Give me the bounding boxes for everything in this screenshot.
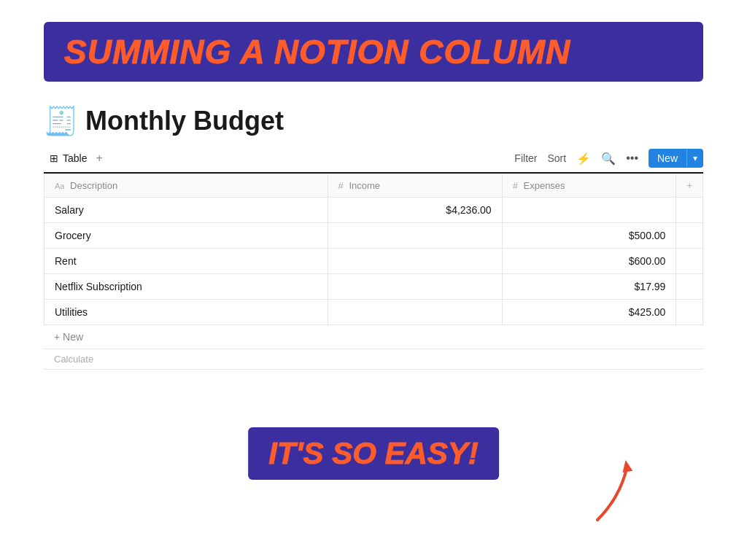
budget-table: Aa Description # Income # Expenses + Sal…: [44, 174, 703, 325]
bottom-banner-container: IT'S SO EASY!: [248, 427, 499, 480]
cell-income: [328, 249, 502, 274]
table-row[interactable]: Utilities$425.00: [44, 300, 703, 325]
cell-add: [676, 223, 703, 249]
page-title-row: 🧾 Monthly Budget: [44, 105, 703, 137]
table-icon: ⊞: [50, 152, 58, 164]
header-add-column[interactable]: +: [676, 174, 703, 198]
toolbar-actions: Filter Sort ⚡ 🔍 ••• New ▾: [514, 149, 703, 168]
cell-expenses: $425.00: [502, 300, 676, 325]
header-income: # Income: [328, 174, 502, 198]
more-icon[interactable]: •••: [626, 152, 638, 165]
cell-income: [328, 274, 502, 300]
cell-add: [676, 300, 703, 325]
table-row[interactable]: Grocery$500.00: [44, 223, 703, 249]
page-emoji: 🧾: [44, 105, 78, 137]
cell-add: [676, 274, 703, 300]
add-view-button[interactable]: +: [96, 152, 102, 165]
calculate-row[interactable]: Calculate: [44, 349, 703, 370]
cell-income: [328, 223, 502, 249]
cell-expenses: $600.00: [502, 249, 676, 274]
cell-expenses: $17.99: [502, 274, 676, 300]
cell-description: Grocery: [44, 223, 328, 249]
table-row[interactable]: Salary$4,236.00: [44, 198, 703, 223]
cell-description: Utilities: [44, 300, 328, 325]
new-row-label: + New: [54, 331, 83, 343]
cell-description: Salary: [44, 198, 328, 223]
table-tab[interactable]: ⊞ Table: [44, 149, 93, 167]
cell-add: [676, 249, 703, 274]
new-row-button[interactable]: + New: [44, 325, 703, 349]
sort-button[interactable]: Sort: [547, 152, 566, 164]
filter-button[interactable]: Filter: [514, 152, 537, 164]
banner-title: SUMMING A NOTION COLUMN: [64, 33, 570, 71]
new-button-label: New: [649, 149, 686, 168]
header-description: Aa Description: [44, 174, 328, 198]
lightning-icon[interactable]: ⚡: [576, 152, 591, 166]
table-row[interactable]: Rent$600.00: [44, 249, 703, 274]
table-tab-label: Table: [63, 152, 87, 164]
cell-expenses: $500.00: [502, 223, 676, 249]
table-row[interactable]: Netflix Subscription$17.99: [44, 274, 703, 300]
cell-income: $4,236.00: [328, 198, 502, 223]
table-toolbar: ⊞ Table + Filter Sort ⚡ 🔍 ••• New ▾: [44, 149, 703, 174]
cell-expenses: [502, 198, 676, 223]
cell-description: Netflix Subscription: [44, 274, 328, 300]
cell-description: Rent: [44, 249, 328, 274]
header-expenses: # Expenses: [502, 174, 676, 198]
new-button[interactable]: New ▾: [649, 149, 703, 168]
bottom-banner-text: IT'S SO EASY!: [268, 436, 479, 470]
bottom-banner: IT'S SO EASY!: [248, 427, 499, 480]
calculate-label: Calculate: [54, 354, 93, 365]
new-button-arrow[interactable]: ▾: [686, 149, 703, 167]
cell-add: [676, 198, 703, 223]
page-title: Monthly Budget: [85, 106, 284, 136]
search-icon[interactable]: 🔍: [601, 152, 616, 166]
cell-income: [328, 300, 502, 325]
top-banner: SUMMING A NOTION COLUMN: [44, 22, 703, 82]
